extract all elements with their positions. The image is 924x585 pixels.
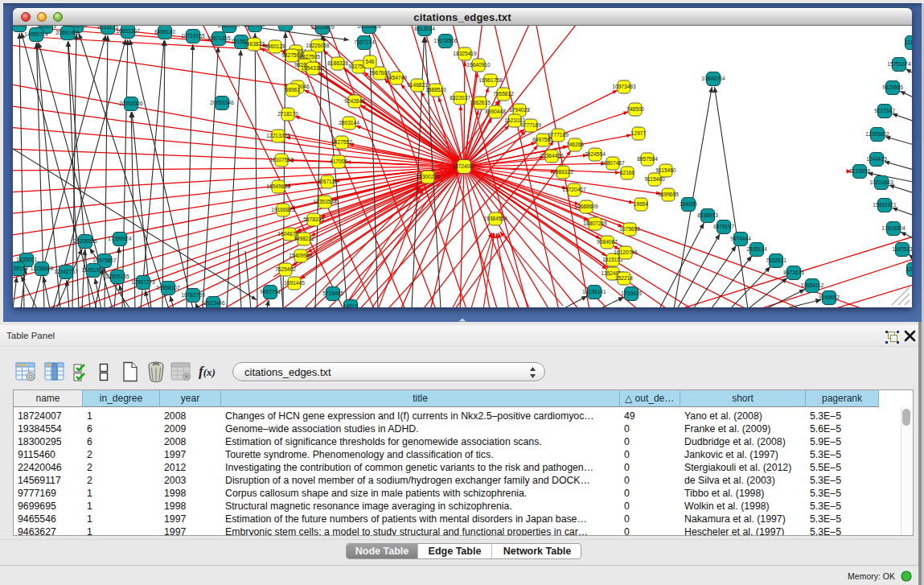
svg-text:3624554: 3624554 — [585, 151, 606, 157]
svg-text:20053346: 20053346 — [210, 100, 234, 105]
svg-text:8471676: 8471676 — [783, 270, 804, 275]
svg-text:9474444: 9474444 — [730, 236, 751, 241]
svg-text:12977: 12977 — [631, 130, 647, 136]
svg-text:17359924: 17359924 — [108, 236, 132, 241]
svg-text:7986322: 7986322 — [552, 169, 573, 175]
svg-text:14519: 14519 — [343, 303, 359, 307]
svg-text:20691406: 20691406 — [55, 30, 80, 35]
svg-text:6794028: 6794028 — [509, 107, 530, 113]
svg-text:10648784: 10648784 — [701, 76, 725, 81]
svg-text:20206536: 20206536 — [73, 238, 97, 244]
svg-text:1691445: 1691445 — [284, 280, 305, 286]
svg-text:16543382: 16543382 — [301, 65, 325, 71]
svg-text:16033809: 16033809 — [357, 26, 381, 29]
svg-text:1939154: 1939154 — [13, 266, 28, 271]
svg-text:9329966: 9329966 — [882, 84, 903, 90]
svg-text:11156829: 11156829 — [31, 266, 54, 271]
svg-text:746266: 746266 — [566, 142, 584, 147]
svg-text:15751074: 15751074 — [887, 61, 911, 67]
svg-text:6466160: 6466160 — [154, 29, 175, 35]
svg-text:1244415: 1244415 — [866, 156, 887, 162]
svg-text:1588520: 1588520 — [425, 87, 446, 93]
svg-text:7955812: 7955812 — [493, 91, 514, 97]
svg-text:10975867: 10975867 — [92, 257, 117, 263]
svg-text:10688609: 10688609 — [574, 204, 598, 209]
svg-text:16633: 16633 — [13, 26, 27, 27]
svg-text:10958107: 10958107 — [156, 285, 180, 290]
svg-text:19654: 19654 — [634, 201, 649, 207]
svg-text:1527602: 1527602 — [244, 26, 265, 27]
svg-text:12342737: 12342737 — [54, 269, 78, 274]
svg-text:9777169: 9777169 — [548, 132, 569, 138]
svg-text:16961758: 16961758 — [478, 77, 503, 83]
svg-text:12353534: 12353534 — [313, 199, 337, 204]
svg-text:12923446: 12923446 — [201, 300, 225, 306]
svg-text:14136141: 14136141 — [582, 289, 606, 295]
svg-text:11451914: 11451914 — [82, 267, 105, 273]
svg-text:9084067: 9084067 — [597, 239, 618, 245]
svg-text:8990448: 8990448 — [485, 109, 506, 114]
svg-text:7632621: 7632621 — [766, 257, 786, 263]
svg-text:19384554: 19384554 — [483, 216, 507, 221]
svg-text:748500: 748500 — [626, 106, 644, 112]
svg-text:10107553: 10107553 — [269, 157, 294, 163]
svg-text:12213303: 12213303 — [266, 133, 290, 138]
svg-text:252214: 252214 — [615, 275, 633, 281]
svg-text:1733426: 1733426 — [621, 290, 642, 296]
svg-text:16671355: 16671355 — [207, 35, 231, 41]
svg-text:7357274: 7357274 — [354, 39, 375, 45]
svg-text:2935114: 2935114 — [746, 246, 767, 252]
svg-text:15692921: 15692921 — [873, 202, 897, 208]
svg-text:3267110: 3267110 — [317, 179, 338, 184]
svg-text:25300275: 25300275 — [416, 174, 440, 179]
svg-text:8186328: 8186328 — [327, 60, 348, 66]
svg-text:9242848: 9242848 — [344, 98, 365, 104]
svg-text:1527602: 1527602 — [275, 26, 296, 27]
svg-text:10719155: 10719155 — [181, 33, 205, 39]
svg-text:98961: 98961 — [285, 87, 301, 93]
svg-text:16120746: 16120746 — [614, 249, 638, 255]
svg-text:8215958: 8215958 — [849, 168, 870, 174]
svg-text:9115460: 9115460 — [655, 167, 676, 173]
svg-text:9457791: 9457791 — [260, 289, 281, 295]
svg-text:8427552: 8427552 — [331, 139, 352, 145]
svg-text:20053346: 20053346 — [119, 101, 143, 106]
svg-text:5578335: 5578335 — [303, 216, 324, 222]
svg-text:15720407: 15720407 — [562, 187, 586, 192]
svg-text:417006: 417006 — [330, 159, 347, 164]
svg-text:6879197: 6879197 — [713, 224, 734, 229]
svg-text:62160: 62160 — [620, 170, 635, 175]
svg-text:16033809: 16033809 — [310, 26, 335, 30]
svg-text:1167533: 1167533 — [892, 246, 912, 252]
svg-text:21364436: 21364436 — [540, 153, 564, 159]
svg-text:9699695: 9699695 — [658, 192, 679, 197]
svg-text:2803144: 2803144 — [339, 120, 359, 126]
svg-text:8960128: 8960128 — [265, 43, 285, 49]
svg-text:10807487: 10807487 — [601, 160, 625, 166]
svg-text:10973493: 10973493 — [612, 84, 636, 89]
svg-text:1362615: 1362615 — [470, 100, 491, 105]
svg-text:12093832: 12093832 — [865, 131, 889, 137]
svg-text:9227342: 9227342 — [874, 108, 895, 113]
svg-text:1075692: 1075692 — [619, 226, 640, 232]
svg-text:18226058: 18226058 — [306, 43, 330, 48]
svg-text:8322037: 8322037 — [450, 95, 470, 101]
svg-text:164095: 164095 — [680, 201, 697, 207]
svg-text:18807249: 18807249 — [583, 220, 607, 226]
svg-text:18724007: 18724007 — [452, 163, 476, 169]
svg-text:5716485: 5716485 — [322, 290, 343, 296]
svg-text:10654112: 10654112 — [801, 282, 824, 288]
svg-text:14055714: 14055714 — [24, 31, 48, 37]
svg-text:3498222: 3498222 — [294, 236, 314, 241]
svg-text:11122: 11122 — [905, 39, 912, 45]
svg-text:17016504: 17016504 — [881, 225, 906, 231]
svg-text:7625402: 7625402 — [275, 266, 296, 272]
svg-text:2718170: 2718170 — [277, 111, 298, 117]
svg-text:9245652: 9245652 — [819, 295, 840, 300]
svg-text:16640910: 16640910 — [466, 62, 491, 68]
svg-text:8957584: 8957584 — [637, 156, 658, 162]
svg-text:15409948: 15409948 — [289, 253, 313, 258]
svg-text:19166825: 19166825 — [271, 207, 295, 212]
svg-text:16782759: 16782759 — [181, 292, 205, 298]
svg-text:546: 546 — [365, 59, 374, 64]
